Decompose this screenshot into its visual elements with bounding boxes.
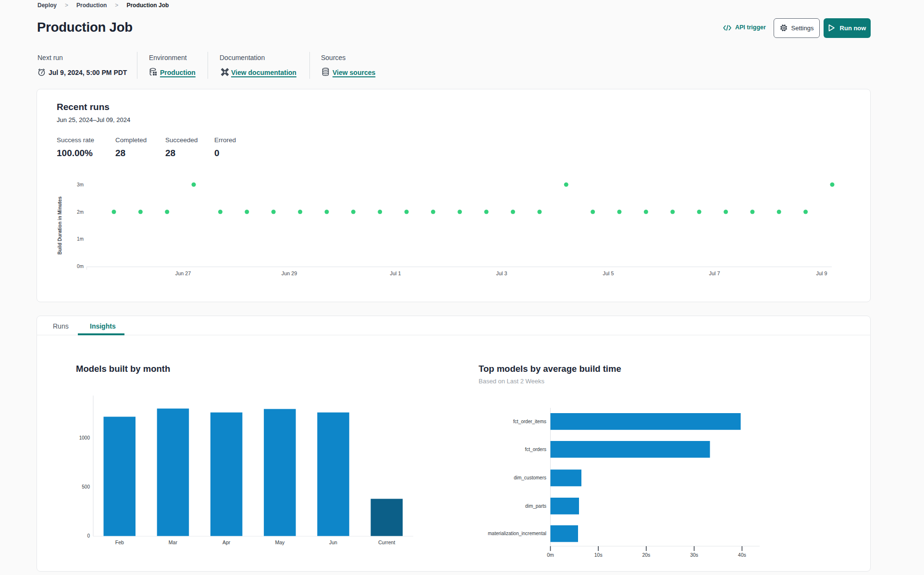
svg-text:40s: 40s xyxy=(738,552,746,558)
svg-text:Apr: Apr xyxy=(222,539,231,545)
svg-text:500: 500 xyxy=(82,484,90,489)
svg-text:Current: Current xyxy=(378,539,395,545)
svg-text:20s: 20s xyxy=(642,552,650,558)
svg-text:10s: 10s xyxy=(594,552,603,558)
svg-text:dim_parts: dim_parts xyxy=(525,503,546,509)
svg-text:fct_order_items: fct_order_items xyxy=(513,419,546,424)
svg-text:May: May xyxy=(275,539,285,545)
svg-text:30s: 30s xyxy=(690,552,698,558)
svg-text:dim_customers: dim_customers xyxy=(514,475,546,480)
svg-text:Mar: Mar xyxy=(169,539,178,545)
svg-text:Feb: Feb xyxy=(115,539,124,545)
svg-text:0: 0 xyxy=(87,533,90,538)
svg-text:0m: 0m xyxy=(547,552,554,558)
svg-text:fct_orders: fct_orders xyxy=(525,447,546,452)
svg-text:1000: 1000 xyxy=(79,435,90,440)
svg-text:materialization_incremental: materialization_incremental xyxy=(488,531,546,536)
svg-text:Jun: Jun xyxy=(329,539,337,545)
